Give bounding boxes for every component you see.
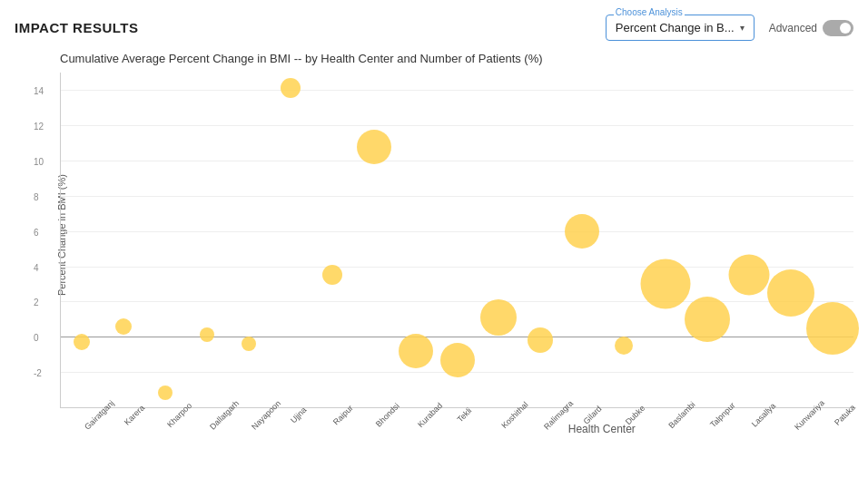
- chart-title: Cumulative Average Percent Change in BMI…: [60, 52, 853, 65]
- y-tick-label: 0: [34, 333, 39, 343]
- bubble: [729, 255, 770, 296]
- bubble: [158, 386, 173, 400]
- y-tick-label: 8: [34, 191, 39, 201]
- advanced-toggle[interactable]: [823, 20, 853, 36]
- bubble: [528, 327, 553, 353]
- gridline: 14: [61, 90, 853, 91]
- bubble: [767, 269, 814, 317]
- bubble: [322, 265, 342, 285]
- y-tick-label: 4: [34, 262, 39, 272]
- advanced-wrap: Advanced: [769, 20, 853, 36]
- chevron-down-icon: ▾: [740, 23, 745, 33]
- choose-analysis-select[interactable]: Percent Change in B... ▾: [614, 17, 746, 38]
- page-title: IMPACT RESULTS: [15, 20, 138, 35]
- page: IMPACT RESULTS Choose Analysis Percent C…: [0, 0, 868, 488]
- bubble: [565, 214, 599, 249]
- choose-analysis-label: Choose Analysis: [614, 7, 685, 17]
- gridline: 6: [61, 231, 853, 232]
- gridline: 8: [61, 196, 853, 197]
- bubble: [806, 302, 859, 355]
- chart-inner: 14121086420-2: [60, 73, 853, 408]
- bubble: [399, 334, 433, 368]
- y-tick-label: 10: [34, 157, 44, 167]
- zero-line: [61, 337, 853, 337]
- bubble: [440, 343, 475, 377]
- bubble: [74, 334, 90, 350]
- bubble: [242, 337, 256, 351]
- controls: Choose Analysis Percent Change in B... ▾…: [606, 15, 853, 41]
- bubble: [685, 297, 730, 342]
- bubble: [615, 337, 633, 355]
- gridline: 2: [61, 301, 853, 302]
- y-tick-label: 6: [34, 227, 39, 237]
- x-tick-label: Tekli: [456, 406, 474, 425]
- bubble: [281, 78, 301, 98]
- chart-area: Percent Change in BMI (%) 14121086420-2 …: [15, 73, 853, 435]
- y-tick-label: -2: [34, 368, 42, 378]
- y-tick-label: 12: [34, 122, 44, 132]
- y-tick-label: 14: [34, 86, 44, 96]
- bubble: [641, 259, 691, 309]
- bubble: [357, 130, 391, 164]
- choose-analysis-value: Percent Change in B...: [616, 21, 735, 34]
- x-axis-title: Health Center: [182, 423, 868, 435]
- bubble: [200, 327, 214, 342]
- y-tick-label: 2: [34, 298, 39, 307]
- bubble: [115, 318, 132, 335]
- bubble: [480, 299, 517, 336]
- gridline: 10: [61, 161, 853, 161]
- choose-analysis-container: Choose Analysis Percent Change in B... ▾: [606, 15, 755, 41]
- advanced-label: Advanced: [769, 22, 817, 34]
- header: IMPACT RESULTS Choose Analysis Percent C…: [15, 15, 853, 41]
- gridline: 12: [61, 125, 853, 126]
